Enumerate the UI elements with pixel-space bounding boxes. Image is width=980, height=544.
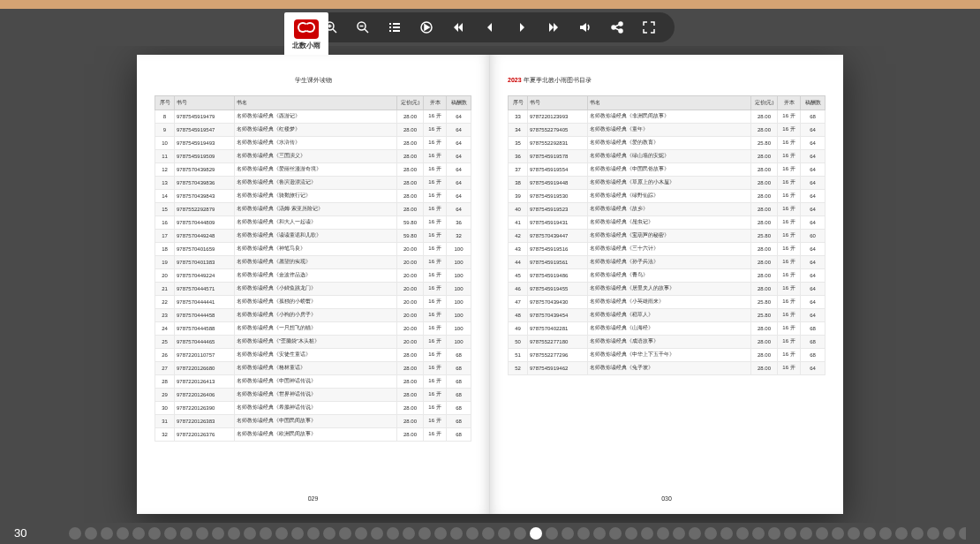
page-dot[interactable]: [307, 527, 320, 540]
page-dot[interactable]: [768, 527, 780, 540]
table-row: 139787570439836名师教你读经典《鲁滨逊漂流记》28.0016 开6…: [155, 176, 471, 189]
page-dot[interactable]: [673, 527, 685, 540]
page-dot[interactable]: [260, 527, 272, 540]
page-dot[interactable]: [562, 527, 574, 540]
page-dot[interactable]: [387, 527, 399, 540]
table-cell: 100: [447, 335, 471, 348]
page-dot[interactable]: [530, 527, 542, 540]
first-icon[interactable]: [450, 19, 466, 35]
page-dot[interactable]: [625, 527, 637, 540]
table-cell: 64: [801, 308, 825, 321]
page-dot[interactable]: [85, 527, 97, 540]
page-dot[interactable]: [323, 527, 335, 540]
page-dot[interactable]: [705, 527, 717, 540]
table-cell: 9787552292879: [175, 202, 235, 215]
page-dot[interactable]: [863, 527, 876, 540]
page-dot[interactable]: [418, 527, 431, 540]
table-cell: 16 开: [778, 295, 801, 308]
page-dot[interactable]: [148, 527, 161, 540]
page-dot[interactable]: [339, 527, 351, 540]
table-header: 开本: [778, 95, 801, 110]
page-dot[interactable]: [959, 527, 966, 540]
page-dot[interactable]: [816, 527, 828, 540]
page-dot[interactable]: [69, 527, 81, 540]
table-header: 序号: [155, 95, 175, 110]
page-dot[interactable]: [848, 527, 860, 540]
table-cell: 25.80: [751, 229, 778, 242]
svg-rect-9: [389, 30, 391, 32]
page-dot[interactable]: [291, 527, 304, 540]
page-dot[interactable]: [466, 527, 479, 540]
page-dot[interactable]: [403, 527, 415, 540]
share-icon[interactable]: [609, 19, 625, 35]
table-cell: 25.80: [751, 136, 778, 149]
table-cell: 9787545919431: [528, 215, 588, 229]
table-cell: 名师教你读经典《昆虫记》: [588, 215, 751, 229]
page-dot[interactable]: [800, 527, 812, 540]
table-cell: 28.00: [397, 388, 424, 401]
page-dot[interactable]: [450, 527, 463, 540]
page-dot[interactable]: [275, 527, 288, 540]
page-dot[interactable]: [879, 527, 892, 540]
page-dot[interactable]: [752, 527, 765, 540]
page-dot[interactable]: [546, 527, 558, 540]
page-dot[interactable]: [228, 527, 240, 540]
svg-point-16: [619, 29, 622, 33]
table-row: 89787545919479名师教你读经典《西游记》28.0016 开64: [155, 110, 471, 123]
page-dot[interactable]: [371, 527, 383, 540]
play-icon[interactable]: [418, 19, 434, 35]
page-dot[interactable]: [498, 527, 510, 540]
table-row: 189787570401659名师教你读经典《神笔马良》20.0016 开100: [155, 242, 471, 255]
page-dot[interactable]: [784, 527, 796, 540]
page-dot[interactable]: [355, 527, 367, 540]
page-dot[interactable]: [657, 527, 669, 540]
page-dot[interactable]: [609, 527, 622, 540]
page-dot[interactable]: [943, 527, 955, 540]
page-dot[interactable]: [117, 527, 129, 540]
page-dot[interactable]: [641, 527, 653, 540]
page-dot[interactable]: [514, 527, 526, 540]
table-cell: 名师教你读经典《和大人一起读》: [235, 215, 397, 229]
next-icon[interactable]: [514, 19, 530, 35]
page-dot[interactable]: [577, 527, 590, 540]
page-dot[interactable]: [895, 527, 908, 540]
volume-icon[interactable]: [577, 19, 593, 35]
page-dot[interactable]: [911, 527, 923, 540]
table-row: 169787570444809名师教你读经典《和大人一起读》59.8016 开3…: [155, 215, 471, 229]
page-dot[interactable]: [132, 527, 145, 540]
page-dot[interactable]: [482, 527, 494, 540]
page-dot[interactable]: [212, 527, 224, 540]
page-dot[interactable]: [736, 527, 749, 540]
list-icon[interactable]: [387, 19, 403, 35]
table-cell: 名师教你读经典《小狗的小房子》: [235, 308, 397, 321]
logo[interactable]: 北数小雨: [284, 12, 328, 57]
prev-icon[interactable]: [482, 19, 498, 35]
page-dot[interactable]: [593, 527, 606, 540]
fullscreen-icon[interactable]: [641, 19, 657, 35]
page-dot[interactable]: [180, 527, 192, 540]
svg-line-5: [365, 29, 368, 33]
page-dot[interactable]: [244, 527, 256, 540]
table-cell: 名师教你读经典《故乡》: [588, 202, 751, 215]
page-dot[interactable]: [164, 527, 177, 540]
table-cell: 28.00: [751, 321, 778, 335]
last-icon[interactable]: [546, 19, 562, 35]
page-dot[interactable]: [927, 527, 939, 540]
table-cell: 68: [447, 374, 471, 388]
table-cell: 名师教你读经典《希腊神话传说》: [235, 401, 397, 414]
table-cell: 28.00: [397, 401, 424, 414]
page-dot[interactable]: [434, 527, 447, 540]
page-dot[interactable]: [101, 527, 113, 540]
table-row: 419787545919431名师教你读经典《昆虫记》28.0016 开64: [509, 215, 825, 229]
viewer: 学生课外读物 序号书号书名定价(元)开本稿酬数 89787545919479名师…: [0, 46, 980, 523]
table-cell: 16 开: [778, 149, 801, 162]
page-dot[interactable]: [196, 527, 208, 540]
zoom-out-icon[interactable]: [355, 19, 371, 35]
page-dot[interactable]: [832, 527, 844, 540]
page-dot[interactable]: [720, 527, 733, 540]
table-cell: 31: [155, 414, 175, 427]
table-row: 509787552277180名师教你读经典《成语故事》28.0016 开68: [509, 335, 825, 348]
table-cell: 22: [155, 295, 175, 308]
page-dot[interactable]: [689, 527, 701, 540]
table-cell: 64: [447, 110, 471, 123]
